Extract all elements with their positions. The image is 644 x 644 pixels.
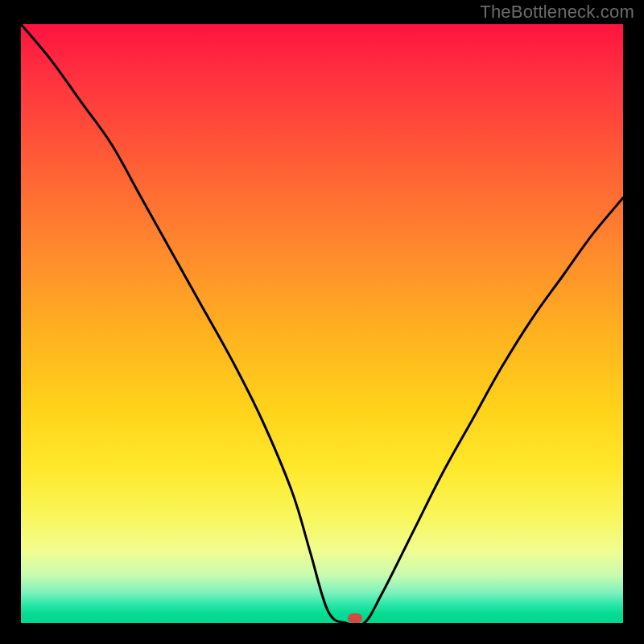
curve-svg: [21, 24, 623, 623]
plot-area: [21, 24, 623, 623]
chart-frame: TheBottleneck.com: [0, 0, 644, 644]
bottleneck-curve-path: [21, 24, 623, 623]
min-marker: [348, 613, 362, 623]
watermark-text: TheBottleneck.com: [480, 2, 634, 23]
